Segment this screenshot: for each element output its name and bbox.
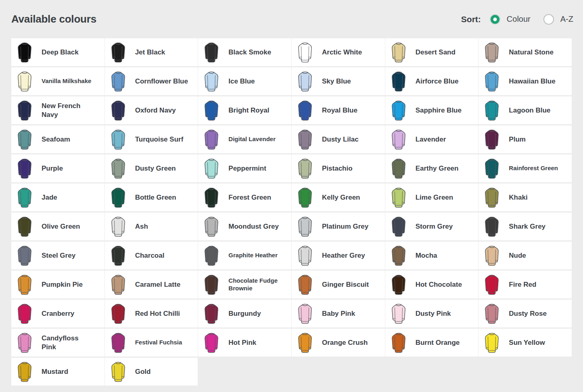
sweatshirt-icon [203,187,219,209]
colour-tile[interactable]: Bottle Green [105,183,198,211]
colour-tile[interactable]: Dusty Pink [385,300,479,327]
colour-name: Olive Green [42,222,80,231]
colour-tile[interactable]: Rainforest Green [479,154,572,182]
colour-tile[interactable]: Ginger Biscuit [292,271,385,298]
colour-tile[interactable]: Red Hot Chilli [105,300,198,327]
sweatshirt-icon [17,158,33,179]
colour-name: Bottle Green [135,193,176,202]
radio-selected-icon[interactable] [490,14,500,25]
colour-tile[interactable]: Orange Crush [292,329,385,357]
colour-tile[interactable]: Pumpkin Pie [11,271,104,298]
sweatshirt-icon [297,129,313,150]
colour-tile[interactable]: Royal Blue [292,96,385,124]
colour-tile[interactable]: Hawaiian Blue [479,67,572,95]
colour-tile[interactable]: Lime Green [385,183,479,211]
colour-tile[interactable]: Moondust Grey [198,213,291,240]
colour-tile[interactable]: Candyfloss Pink [11,329,104,357]
colour-tile[interactable]: Lavender [385,125,479,153]
colour-tile[interactable]: Vanilla Milkshake [11,67,104,95]
colour-tile[interactable]: Peppermint [198,154,291,182]
sweatshirt-icon [391,100,407,121]
sweatshirt-icon [391,274,407,296]
colour-tile[interactable]: Jade [11,183,104,211]
colour-name: Seafoam [42,135,70,144]
colour-tile[interactable]: Heather Grey [292,242,385,269]
colour-name: Pistachio [322,164,353,173]
colour-tile[interactable]: Mustard [11,358,104,386]
radio-unselected-icon[interactable] [543,14,554,25]
colour-name: Turquoise Surf [135,135,184,144]
colour-tile[interactable]: Steel Grey [11,242,104,269]
colour-tile[interactable]: Burgundy [198,300,291,327]
colour-tile[interactable]: Platinum Grey [292,213,385,240]
sweatshirt-icon [297,71,313,92]
colour-tile[interactable]: Caramel Latte [105,271,198,298]
colour-tile[interactable]: Fire Red [479,271,572,298]
colour-tile[interactable]: Sapphire Blue [385,96,479,124]
colour-tile[interactable]: Deep Black [11,38,104,66]
sort-option-az[interactable]: A-Z [543,14,573,25]
colour-name: Jet Black [135,48,165,56]
colour-tile[interactable]: Chocolate Fudge Brownie [198,271,291,298]
colour-tile[interactable]: Ash [105,213,198,240]
colour-tile[interactable]: Graphite Heather [198,242,291,269]
colour-tile[interactable]: Oxford Navy [105,96,198,124]
colour-tile[interactable]: Mocha [385,242,479,269]
colour-tile[interactable]: Olive Green [11,213,104,240]
colour-name: Ginger Biscuit [322,280,369,289]
colour-tile[interactable]: Shark Grey [479,213,572,240]
colour-name: Mustard [42,367,68,376]
colour-tile[interactable]: Charcoal [105,242,198,269]
colour-name: Rainforest Green [509,165,558,172]
colour-tile[interactable]: Airforce Blue [385,67,479,95]
colour-name: Pumpkin Pie [42,280,83,289]
colour-tile[interactable]: Sky Blue [292,67,385,95]
colour-tile[interactable]: Burnt Orange [385,329,479,357]
colour-tile[interactable]: Earthy Green [385,154,479,182]
page-header: Available colours Sort: Colour A-Z [0,0,583,38]
colour-tile[interactable]: Khaki [479,183,572,211]
sort-label: Sort: [461,15,481,24]
colour-tile[interactable]: Hot Pink [198,329,291,357]
colour-tile[interactable]: Storm Grey [385,213,479,240]
colour-tile[interactable]: Kelly Green [292,183,385,211]
colour-tile[interactable]: Jet Black [105,38,198,66]
colour-tile[interactable]: Cornflower Blue [105,67,198,95]
colour-tile[interactable]: Natural Stone [479,38,572,66]
sweatshirt-icon [17,361,33,383]
colour-tile[interactable]: Plum [479,125,572,153]
colour-tile[interactable]: Seafoam [11,125,104,153]
colour-tile[interactable]: Turquoise Surf [105,125,198,153]
colour-tile[interactable]: Festival Fuchsia [105,329,198,357]
colour-name: Ash [135,222,148,231]
colour-tile[interactable]: Purple [11,154,104,182]
colour-tile[interactable]: Cranberry [11,300,104,327]
colour-tile[interactable]: Ice Blue [198,67,291,95]
colour-tile[interactable]: Lagoon Blue [479,96,572,124]
colour-tile[interactable]: Dusty Green [105,154,198,182]
colour-tile[interactable]: Forest Green [198,183,291,211]
colour-tile[interactable]: Hot Chocolate [385,271,479,298]
sweatshirt-icon [484,71,500,92]
sweatshirt-icon [391,187,407,209]
sort-option-colour[interactable]: Colour [490,14,531,25]
sweatshirt-icon [297,245,313,267]
colour-tile[interactable]: Desert Sand [385,38,479,66]
colour-tile[interactable]: Baby Pink [292,300,385,327]
colour-tile[interactable]: Sun Yellow [479,329,572,357]
colour-tile[interactable]: Dusty Lilac [292,125,385,153]
colour-tile[interactable]: Black Smoke [198,38,291,66]
sweatshirt-icon [391,332,407,354]
sweatshirt-icon [297,274,313,296]
colour-tile[interactable]: Bright Royal [198,96,291,124]
colour-tile[interactable]: Pistachio [292,154,385,182]
colour-name: Cranberry [42,309,74,318]
colour-tile[interactable]: Dusty Rose [479,300,572,327]
colour-tile[interactable]: Arctic White [292,38,385,66]
sweatshirt-icon [203,42,219,63]
colour-tile[interactable]: Digital Lavender [198,125,291,153]
colour-tile[interactable]: Gold [105,358,198,386]
colour-name: Platinum Grey [322,222,368,231]
colour-tile[interactable]: New French Navy [11,96,104,124]
colour-tile[interactable]: Nude [479,242,572,269]
